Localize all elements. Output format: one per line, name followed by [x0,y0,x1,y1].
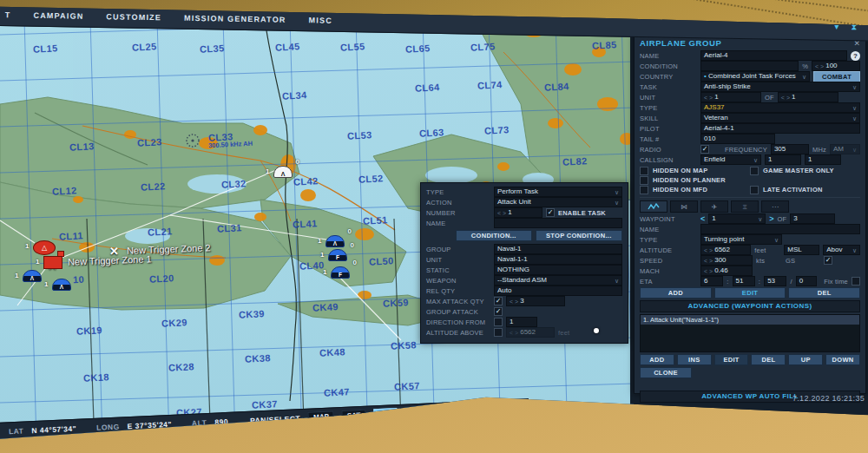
aircraft-tab-icon[interactable]: ✈ [700,200,728,213]
gs-checkbox[interactable] [824,256,832,265]
sat-mode-button[interactable]: SAT [342,409,366,422]
menu-item-mission-generator[interactable]: MISSION GENERATOR [184,14,286,24]
menu-item-flight-partial[interactable]: T [5,10,11,19]
tail-number-input[interactable]: 010 [700,134,775,144]
decrement-icon[interactable]: < [497,210,501,216]
menu-item-misc[interactable]: MISC [309,16,332,24]
condition-stepper[interactable]: <>100 [812,61,860,71]
aircraft-type-select[interactable]: AJS37∨ [700,102,860,113]
radio-checkbox[interactable] [700,145,709,154]
task-action-select[interactable]: Attack Unit∨ [494,197,622,207]
task-relqty-field[interactable]: Auto [494,286,622,296]
condition-input[interactable] [700,61,799,71]
game-master-only-checkbox[interactable] [750,167,759,175]
pilot-input[interactable]: Aerial-4-1 [700,123,860,134]
waypoint-name-input[interactable] [700,224,860,234]
task-static-field[interactable]: NOTHING [494,265,622,275]
increment-icon[interactable]: > [503,210,506,216]
mach-stepper[interactable]: <>0.46 [700,266,753,276]
group-name-input[interactable]: Aerial-4 [700,50,847,61]
condition-button[interactable]: CONDITION... [456,230,532,241]
minimize-icon[interactable]: ▾ [834,23,838,31]
direction-from-checkbox[interactable] [494,318,503,326]
eta-seconds-input[interactable]: 53 [764,276,786,286]
action-add-button[interactable]: ADD [640,354,674,365]
hidden-on-map-checkbox[interactable] [640,167,648,175]
map-mode-button[interactable]: MAP [308,410,334,423]
callsign-flight-input[interactable]: 1 [765,154,801,165]
more-tab-icon[interactable]: ⋯ [761,200,789,213]
perform-task-dialog: TYPE Perform Task∨ ACTION Attack Unit∨ N… [420,182,628,344]
combat-button[interactable]: COMBAT [813,71,860,82]
task-type-select[interactable]: Perform Task∨ [494,187,622,197]
waypoint-number-select[interactable]: 1∨ [708,213,766,224]
hidden-on-mfd-checkbox[interactable] [640,186,648,194]
waypoint-edit-button[interactable]: EDIT [714,287,786,299]
task-number-stepper[interactable]: < > 1 [494,207,542,218]
action-edit-button[interactable]: EDIT [714,354,749,365]
task-group-field[interactable]: Naval-1 [494,244,622,254]
action-del-button[interactable]: DEL [751,354,786,365]
modulation-select[interactable]: AM∨ [830,144,860,154]
task-number-label: NUMBER [426,209,490,217]
group-attack-checkbox[interactable] [494,307,503,316]
waypoint-del-button[interactable]: DEL [788,287,860,299]
action-ins-button[interactable]: INS [677,354,712,365]
task-unit-field[interactable]: Naval-1-1 [494,254,622,265]
eta-hours-input[interactable]: 6 [700,276,723,286]
group-task-select[interactable]: Anti-ship Strike∨ [700,82,860,92]
enable-task-label: ENABLE TASK [558,209,622,217]
task-weapon-select[interactable]: --Standard ASM∨ [494,275,622,286]
altitude-stepper[interactable]: <>6562 [700,245,751,255]
advanced-waypoint-actions-button[interactable]: ADVANCED (WAYPOINT ACTIONS) [640,300,860,312]
callsign-number-input[interactable]: 1 [805,154,841,165]
pan-select-mode-label[interactable]: PAN/SELECT [250,414,301,425]
altitude-above-checkbox[interactable] [494,328,503,337]
measure-tool-icon[interactable]: ⇄ [413,407,426,418]
fix-time-checkbox[interactable] [852,277,860,286]
skill-select[interactable]: Veteran∨ [700,113,860,123]
stop-condition-button[interactable]: STOP CONDITION... [536,230,622,241]
help-icon[interactable]: ? [851,51,860,61]
waypoint-add-button[interactable]: ADD [640,287,712,299]
menu-item-campaign[interactable]: CAMPAIGN [33,11,83,21]
unit-total-stepper[interactable]: <>1 [778,92,838,102]
route-tab-icon[interactable] [640,200,667,213]
action-up-button[interactable]: UP [788,354,823,365]
enable-task-checkbox[interactable] [546,208,555,217]
waypoint-actions-list[interactable]: 1. Attack Unit("Naval-1-1") [640,314,860,352]
callsign-select[interactable]: Enfield∨ [700,154,761,165]
task-maxqty-label: MAX ATTACK QTY [426,298,490,305]
list-item[interactable]: 1. Attack Unit("Naval-1-1") [641,315,859,325]
waypoint-type-select[interactable]: Turning point∨ [700,234,782,245]
max-attack-qty-stepper[interactable]: <>3 [506,296,565,306]
chevron-down-icon: ∨ [852,115,857,121]
altitude-above-stepper[interactable]: <>6562 [506,327,555,338]
summary-tab-icon[interactable]: Ξ [731,200,759,213]
msl-field[interactable]: MSL [784,245,819,255]
payload-tab-icon[interactable]: ⋈ [670,200,698,213]
country-select[interactable]: • Combined Joint Task Forces ∨ [700,71,810,82]
action-down-button[interactable]: DOWN [825,354,860,365]
task-name-input[interactable] [494,218,622,228]
late-activation-checkbox[interactable] [750,186,759,194]
frequency-input[interactable]: 305 [771,144,809,154]
waypoint-next-icon[interactable]: > [769,214,773,223]
max-attack-qty-checkbox[interactable] [494,297,503,305]
alt-mode-button[interactable]: ALT [373,408,398,421]
hidden-on-planner-checkbox[interactable] [640,176,648,185]
eta-days-input[interactable]: 0 [796,276,817,286]
action-clone-button[interactable]: CLONE [640,367,692,378]
eta-label: ETA [640,278,697,286]
map-settings-gear-icon[interactable]: ⚙ [434,405,450,418]
waypoint-prev-icon[interactable]: < [700,214,705,223]
speed-stepper[interactable]: <>300 [700,255,753,266]
long-label: LONG [96,422,120,431]
eta-minutes-input[interactable]: 51 [733,276,755,286]
menu-item-customize[interactable]: CUSTOMIZE [106,12,161,22]
task-relqty-label: REL QTY [426,287,490,295]
altitude-ref-select[interactable]: Abov∨ [823,245,860,255]
direction-from-input[interactable]: 1 [506,317,537,327]
unit-count-stepper[interactable]: <>1 [700,92,761,102]
chevron-down-icon: ∨ [852,105,857,111]
